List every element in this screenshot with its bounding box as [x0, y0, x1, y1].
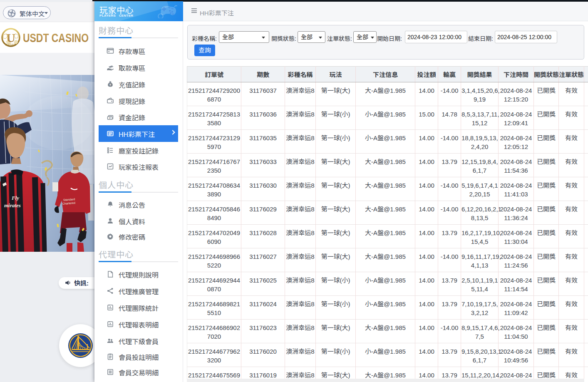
svg-text:mirates: mirates [4, 202, 21, 208]
svg-text:¥: ¥ [109, 83, 111, 86]
svg-text:U: U [6, 31, 15, 45]
svg-text:CASINO: CASINO [5, 43, 17, 46]
svg-text:Fly: Fly [11, 195, 19, 201]
svg-text:USDT CASINO: USDT CASINO [23, 31, 89, 45]
